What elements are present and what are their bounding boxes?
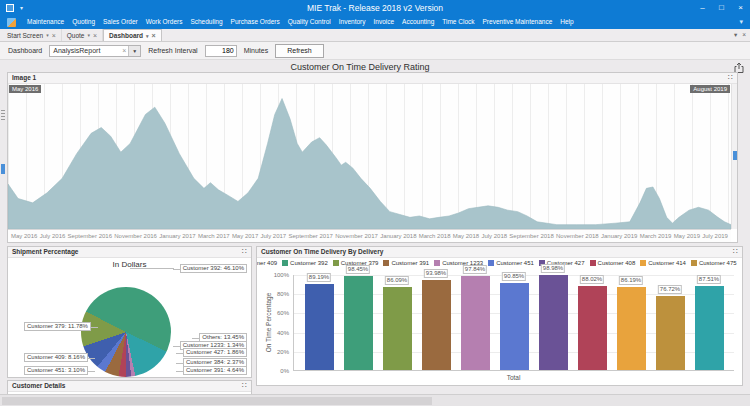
menu-quality-control[interactable]: Quality Control — [284, 15, 335, 29]
pie-chart — [81, 287, 171, 377]
menu-collapse-icon[interactable]: ▾ — [739, 18, 746, 26]
area-x-tick: January 2019 — [601, 233, 637, 239]
tab-close-icon[interactable]: × — [152, 32, 156, 39]
legend-item-customer-451[interactable]: Customer 451 — [488, 260, 534, 266]
tabs: Start Screen▾×Quote▾×Dashboard▾× — [2, 28, 162, 41]
vertical-scrollbar[interactable] — [731, 84, 737, 229]
quick-access-caret-icon[interactable]: ▾ — [20, 4, 23, 11]
app-icon[interactable] — [6, 4, 14, 12]
area-x-tick: July 2016 — [40, 233, 66, 239]
bar-value-label: 97.84% — [463, 265, 487, 274]
bar-panel-expand-icon[interactable]: ∷ — [733, 247, 738, 257]
app-menu-icon[interactable] — [7, 18, 16, 27]
pie-panel-title: Shipment Percentage — [12, 247, 78, 257]
legend-swatch — [742, 260, 743, 266]
quick-access-toolbar: ▾ — [6, 0, 23, 15]
menu-maintenance[interactable]: Maintenance — [23, 15, 68, 29]
area-x-tick: March 2019 — [640, 233, 672, 239]
window-title: MIE Trak - Release 2018 v2 Version — [0, 3, 750, 13]
image-panel-title: Image 1 — [12, 73, 36, 83]
menu-time-clock[interactable]: Time Clock — [438, 15, 478, 29]
menu-work-orders[interactable]: Work Orders — [142, 15, 187, 29]
legend-item-others[interactable]: Others — [742, 260, 743, 266]
bar-value-label: 88.02% — [580, 275, 604, 284]
image-panel: Image 1 ∷ May 2016 August 2019 May 2016J… — [7, 72, 738, 243]
tab-caret-icon[interactable]: ▾ — [87, 32, 90, 38]
pie-panel-expand-icon[interactable]: ∷ — [242, 247, 247, 257]
legend-item-customer-475[interactable]: Customer 475 — [691, 260, 737, 266]
menu-help[interactable]: Help — [556, 15, 577, 29]
close-button[interactable]: × — [731, 0, 750, 15]
refresh-button[interactable]: Refresh — [275, 44, 324, 58]
combo-clear-icon[interactable]: × — [120, 47, 128, 54]
bar-value-label: 76.72% — [658, 285, 682, 294]
area-x-tick: March 2018 — [419, 233, 451, 239]
legend-label: Customer 391 — [391, 260, 429, 266]
tab-bar-close-icon[interactable]: × — [742, 31, 746, 39]
refresh-interval-input[interactable] — [205, 45, 237, 57]
legend-item-customer-391[interactable]: Customer 391 — [383, 260, 429, 266]
menu-scheduling[interactable]: Scheduling — [186, 15, 226, 29]
menu-items: MaintenanceQuotingSales OrderWork Orders… — [23, 15, 578, 29]
tab-label: Quote — [67, 32, 85, 39]
minimize-button[interactable]: – — [693, 0, 712, 15]
dashboard-label: Dashboard — [8, 47, 42, 54]
dashboard-toolbar: Dashboard AnalysisReport × ▼ Refresh Int… — [0, 42, 750, 60]
horizontal-scrollbar[interactable] — [0, 394, 750, 406]
bar-chart-legend: Customer 409Customer 392Customer 379Cust… — [257, 260, 742, 266]
bar-rect — [656, 296, 685, 370]
tab-caret-icon[interactable]: ▾ — [146, 33, 149, 39]
export-icon[interactable] — [733, 60, 745, 72]
area-x-tick: May 2018 — [453, 233, 479, 239]
bar-rect — [695, 286, 724, 370]
bar-value-label: 86.19% — [619, 276, 643, 285]
dashboard-select[interactable]: AnalysisReport × ▼ — [49, 45, 141, 57]
tab-caret-icon[interactable]: ▾ — [46, 32, 49, 38]
on-time-delivery-panel: Customer On Time Delivery By Delivery ∷ … — [256, 246, 743, 386]
legend-item-customer-414[interactable]: Customer 414 — [640, 260, 686, 266]
vertical-scrollbar-thumb[interactable] — [733, 151, 737, 160]
menu-inventory[interactable]: Inventory — [335, 15, 370, 29]
bar-value-label: 98.98% — [541, 264, 565, 273]
legend-item-customer-409[interactable]: Customer 409 — [256, 260, 277, 266]
bar-chart-ylabel: On Time Percentage — [265, 275, 274, 371]
combo-caret-icon[interactable]: ▼ — [128, 46, 140, 56]
tab-dashboard[interactable]: Dashboard▾× — [103, 29, 162, 41]
tab-bar: Start Screen▾×Quote▾×Dashboard▾× ▾ × — [0, 29, 750, 42]
bar-rect — [578, 286, 607, 371]
area-chart: May 2016 August 2019 — [8, 84, 737, 229]
tab-list-caret-icon[interactable]: ▾ — [734, 31, 737, 39]
left-splitter-rail — [0, 72, 6, 392]
legend-swatch — [590, 260, 596, 266]
area-x-tick: November 2016 — [114, 233, 157, 239]
legend-label: Customer 408 — [598, 260, 636, 266]
image-panel-expand-icon[interactable]: ∷ — [728, 73, 733, 83]
area-x-tick: May 2017 — [232, 233, 258, 239]
legend-swatch — [383, 260, 389, 266]
tab-close-icon[interactable]: × — [52, 32, 56, 39]
splitter-grip-icon[interactable] — [1, 110, 5, 120]
tab-start-screen[interactable]: Start Screen▾× — [2, 29, 62, 41]
horizontal-scrollbar-thumb[interactable] — [2, 397, 432, 405]
bar-ytick-label: 100% — [263, 272, 289, 278]
menu-sales-order[interactable]: Sales Order — [99, 15, 142, 29]
tab-quote[interactable]: Quote▾× — [62, 29, 103, 41]
maximize-button[interactable]: □ — [712, 0, 731, 15]
bar-value-label: 87.51% — [697, 275, 721, 284]
menu-quoting[interactable]: Quoting — [68, 15, 99, 29]
bar-customer-427: 98.98% — [539, 275, 568, 370]
tab-close-icon[interactable]: × — [93, 32, 97, 39]
menu-purchase-orders[interactable]: Purchase Orders — [227, 15, 284, 29]
menu-accounting[interactable]: Accounting — [398, 15, 438, 29]
area-x-tick: November 2018 — [556, 233, 599, 239]
details-panel-expand-icon[interactable]: ∷ — [242, 381, 247, 391]
legend-label: Customer 475 — [699, 260, 737, 266]
bar-rect — [383, 287, 412, 370]
legend-item-customer-408[interactable]: Customer 408 — [590, 260, 636, 266]
menu-invoice[interactable]: Invoice — [369, 15, 398, 29]
splitter-handle-icon[interactable] — [1, 164, 5, 174]
shipment-percentage-panel: Shipment Percentage ∷ In Dollars Custome… — [7, 246, 252, 378]
area-x-tick: September 2018 — [509, 233, 553, 239]
legend-item-customer-392[interactable]: Customer 392 — [282, 260, 328, 266]
menu-preventive-maintenance[interactable]: Preventive Maintenance — [479, 15, 557, 29]
